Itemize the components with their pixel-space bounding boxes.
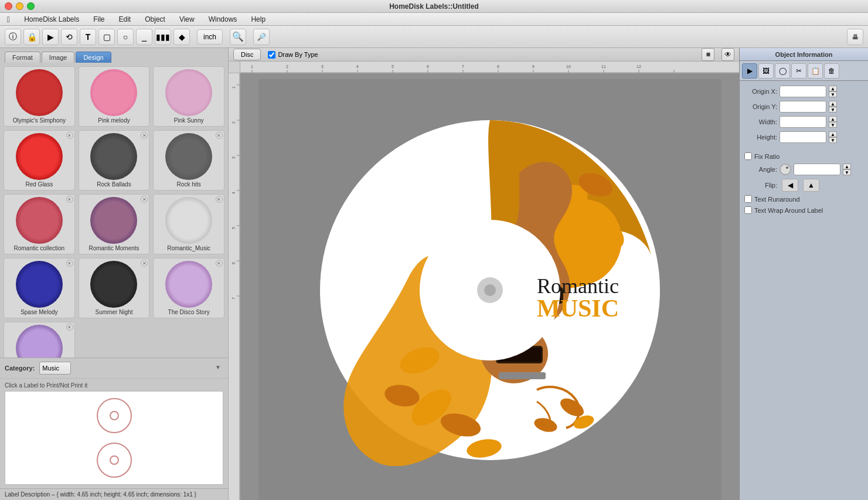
disc-button[interactable]: Disc	[233, 49, 261, 60]
width-label: Width:	[744, 118, 777, 125]
design-romantic-music[interactable]: ✕ Romantic_Music	[153, 194, 224, 254]
design-romantic-music-close[interactable]: ✕	[216, 196, 223, 203]
flip-label: Flip:	[744, 182, 777, 189]
category-select[interactable]: Music Movies Games Software	[39, 362, 71, 375]
stamp-tool[interactable]: ◆	[173, 29, 190, 45]
rotate-tool[interactable]: ⟲	[61, 29, 77, 45]
zoom-out-button[interactable]: 🔎	[253, 29, 270, 45]
height-up[interactable]: ▲	[829, 131, 837, 137]
line-tool[interactable]: ⎯	[136, 29, 152, 45]
svg-text:10: 10	[566, 64, 571, 69]
menu-object[interactable]: Object	[142, 14, 168, 25]
design-romantic-close[interactable]: ✕	[66, 196, 73, 203]
angle-row: Angle: ▲ ▼	[744, 164, 863, 175]
origin-x-up[interactable]: ▲	[829, 86, 837, 91]
left-panel: Format Image Design Olympic's Simphony P…	[0, 48, 229, 500]
origin-y-input[interactable]	[780, 101, 826, 113]
visibility-icon[interactable]: 👁	[721, 48, 734, 61]
unit-button[interactable]: inch	[197, 29, 223, 45]
design-spase-close[interactable]: ✕	[66, 260, 73, 267]
ellipse-tool[interactable]: ○	[117, 29, 134, 45]
menu-view[interactable]: View	[177, 14, 197, 25]
design-rock-hits-close[interactable]: ✕	[216, 132, 223, 139]
design-pink-sunny[interactable]: Pink Sunny	[153, 66, 224, 127]
design-summer-close[interactable]: ✕	[141, 260, 148, 267]
draw-by-type-checkbox[interactable]	[268, 51, 275, 59]
text-tool[interactable]: T	[80, 29, 96, 45]
obj-tool-delete[interactable]: 🗑	[824, 63, 839, 79]
lock-tool[interactable]: 🔒	[23, 29, 40, 45]
design-romantic-moments-label: Romantic Moments	[88, 245, 139, 251]
obj-tool-cut[interactable]: ✂	[791, 63, 806, 79]
text-runaround-checkbox[interactable]	[744, 195, 752, 203]
select-tool[interactable]: ▶	[42, 29, 59, 45]
obj-tool-paste[interactable]: 📋	[808, 63, 823, 79]
tab-image[interactable]: Image	[42, 52, 75, 63]
close-button[interactable]	[5, 2, 12, 10]
design-romantic-label: Romantic collection	[13, 245, 64, 251]
origin-y-label: Origin Y:	[744, 103, 777, 110]
barcode-tool[interactable]: ▮▮▮	[155, 29, 171, 45]
angle-stepper: ▲ ▼	[843, 164, 851, 175]
design-red-glass[interactable]: ✕ Red Glass	[4, 130, 75, 191]
design-romantic-moments[interactable]: ✕ Romantic Moments	[79, 194, 150, 254]
text-wrap-checkbox[interactable]	[744, 206, 752, 214]
height-stepper: ▲ ▼	[829, 131, 837, 143]
obj-tool-disc[interactable]: ◯	[775, 63, 790, 79]
origin-x-row: Origin X: ▲ ▼	[744, 86, 863, 97]
angle-input[interactable]	[794, 164, 840, 175]
design-spase[interactable]: ✕ Spase Melody	[4, 258, 75, 318]
design-violet-close[interactable]: ✕	[66, 324, 73, 331]
canvas-scroll[interactable]: Romantic MUSIC	[240, 73, 739, 500]
design-romantic[interactable]: ✕ Romantic collection	[4, 194, 75, 254]
origin-x-down[interactable]: ▼	[829, 91, 837, 97]
design-red-glass-label: Red Glass	[25, 181, 53, 188]
ruler-corner	[229, 62, 240, 73]
menu-edit[interactable]: Edit	[117, 14, 134, 25]
width-up[interactable]: ▲	[829, 116, 837, 122]
obj-tool-select[interactable]: ▶	[742, 63, 757, 79]
design-summer[interactable]: ✕ Summer Night	[79, 258, 150, 318]
angle-down[interactable]: ▼	[843, 169, 851, 175]
layers-icon[interactable]: ◾	[702, 48, 714, 61]
svg-text:7: 7	[232, 297, 236, 300]
design-red-glass-close[interactable]: ✕	[66, 132, 73, 139]
design-disco[interactable]: ✕ The Disco Story	[153, 258, 224, 318]
design-disco-close[interactable]: ✕	[216, 260, 223, 267]
design-rock-hits[interactable]: ✕ Rock hits	[153, 130, 224, 191]
origin-x-input[interactable]	[780, 86, 826, 97]
angle-up[interactable]: ▲	[843, 164, 851, 169]
design-rock-ballads[interactable]: ✕ Rock Ballads	[79, 130, 150, 191]
menu-app[interactable]: HomeDisk Labels	[22, 14, 81, 25]
tab-format[interactable]: Format	[5, 52, 40, 63]
width-down[interactable]: ▼	[829, 122, 837, 128]
print-button[interactable]: 🖶	[847, 29, 863, 45]
origin-y-up[interactable]: ▲	[829, 101, 837, 107]
width-input[interactable]	[780, 116, 826, 128]
minimize-button[interactable]	[16, 2, 23, 10]
design-romantic-moments-close[interactable]: ✕	[141, 196, 148, 203]
zoom-in-button[interactable]: 🔍	[230, 29, 246, 45]
height-down[interactable]: ▼	[829, 137, 837, 143]
obj-tool-image[interactable]: 🖼	[758, 63, 774, 79]
origin-y-down[interactable]: ▼	[829, 107, 837, 113]
menu-file[interactable]: File	[91, 14, 107, 25]
design-pink-melody[interactable]: Pink melody	[79, 66, 150, 127]
tab-design[interactable]: Design	[76, 52, 111, 63]
design-olympic[interactable]: Olympic's Simphony	[4, 66, 75, 127]
height-input[interactable]	[780, 131, 826, 143]
info-tool[interactable]: ⓘ	[5, 29, 21, 45]
flip-vertical-button[interactable]: ▲	[803, 179, 819, 192]
fix-ratio-checkbox[interactable]	[744, 152, 752, 160]
menu-help[interactable]: Help	[249, 14, 268, 25]
design-violet[interactable]: ✕ Violet by Step	[4, 322, 75, 358]
design-rock-ballads-close[interactable]: ✕	[141, 132, 148, 139]
print-area: Click a Label to Print/Not Print it	[0, 378, 228, 488]
maximize-button[interactable]	[27, 2, 35, 10]
menu-windows[interactable]: Windows	[206, 14, 240, 25]
apple-menu[interactable]: 	[5, 13, 12, 25]
rect-tool[interactable]: ▢	[98, 29, 115, 45]
flip-horizontal-button[interactable]: ◀	[782, 179, 798, 192]
angle-dial[interactable]	[780, 164, 791, 175]
mini-disc-bottom	[97, 443, 132, 478]
